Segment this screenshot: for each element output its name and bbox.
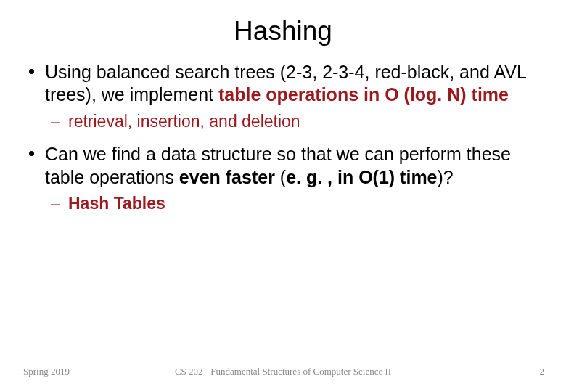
bullet-dot-icon — [29, 69, 34, 74]
bullet-dash-icon: – — [51, 193, 60, 214]
bullet-text: retrieval, insertion, and deletion — [68, 112, 300, 131]
bullet-sub-item: – Hash Tables — [26, 193, 540, 214]
footer-page-number: 2 — [540, 366, 545, 377]
footer-course: CS 202 - Fundamental Structures of Compu… — [0, 366, 566, 377]
bullet-item: Can we find a data structure so that we … — [26, 143, 540, 189]
bullet-sub-item: – retrieval, insertion, and deletion — [26, 111, 540, 132]
slide-content: Using balanced search trees (2-3, 2-3-4,… — [26, 61, 540, 214]
bullet-text: Hash Tables — [68, 194, 165, 213]
slide: Hashing Using balanced search trees (2-3… — [0, 0, 566, 392]
slide-title: Hashing — [26, 16, 540, 46]
bullet-text: Using balanced search trees (2-3, 2-3-4,… — [45, 62, 526, 105]
bullet-item: Using balanced search trees (2-3, 2-3-4,… — [26, 61, 540, 107]
bullet-text: Can we find a data structure so that we … — [45, 144, 511, 187]
bullet-dot-icon — [29, 151, 34, 156]
bullet-dash-icon: – — [51, 111, 60, 132]
